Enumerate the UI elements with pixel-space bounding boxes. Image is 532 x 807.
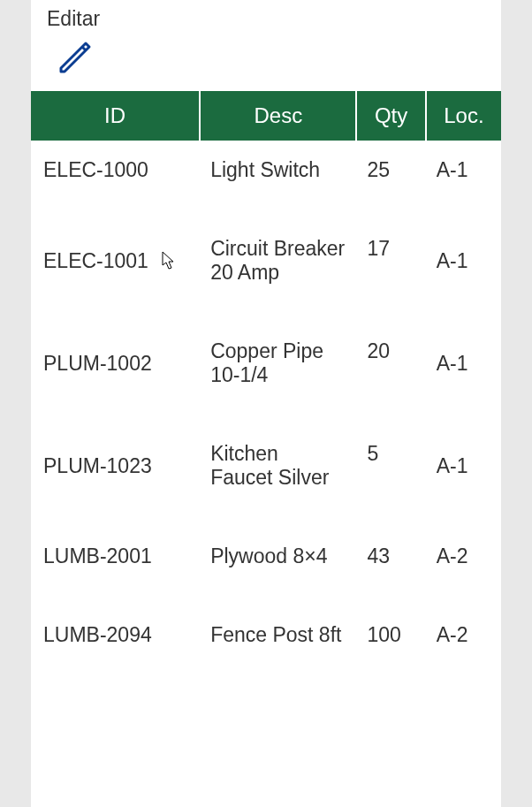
cell-loc: A-2 xyxy=(426,527,501,605)
inventory-table: ID Desc Qty Loc. ELEC-1000Light Switch25… xyxy=(31,91,501,684)
header-desc[interactable]: Desc xyxy=(200,91,356,141)
cell-loc: A-1 xyxy=(426,424,501,527)
cell-id: PLUM-1023 xyxy=(31,424,200,527)
main-container: Editar ID Desc Qty Loc. ELEC-1000Light S… xyxy=(31,0,501,807)
cell-qty: 17 xyxy=(356,219,425,322)
header-qty[interactable]: Qty xyxy=(356,91,425,141)
cell-qty: 25 xyxy=(356,141,425,219)
cell-id: LUMB-2094 xyxy=(31,605,200,684)
cell-loc: A-2 xyxy=(426,605,501,684)
cell-desc: Plywood 8×4 xyxy=(200,527,356,605)
table-header-row: ID Desc Qty Loc. xyxy=(31,91,501,141)
cell-id: LUMB-2001 xyxy=(31,527,200,605)
table-row[interactable]: LUMB-2001Plywood 8×443A-2 xyxy=(31,527,501,605)
table-row[interactable]: PLUM-1023Kitchen Faucet Silver5A-1 xyxy=(31,424,501,527)
cell-qty: 43 xyxy=(356,527,425,605)
cell-qty: 20 xyxy=(356,322,425,424)
cell-id: PLUM-1002 xyxy=(31,322,200,424)
cell-loc: A-1 xyxy=(426,322,501,424)
cell-loc: A-1 xyxy=(426,219,501,322)
cell-loc: A-1 xyxy=(426,141,501,219)
cell-desc: Light Switch xyxy=(200,141,356,219)
header-loc[interactable]: Loc. xyxy=(426,91,501,141)
cell-qty: 100 xyxy=(356,605,425,684)
cell-desc: Circuit Breaker 20 Amp xyxy=(200,219,356,322)
cell-id: ELEC-1001 xyxy=(31,219,200,322)
table-row[interactable]: PLUM-1002Copper Pipe 10-1/420A-1 xyxy=(31,322,501,424)
table-row[interactable]: ELEC-1000Light Switch25A-1 xyxy=(31,141,501,219)
table-row[interactable]: LUMB-2094Fence Post 8ft100A-2 xyxy=(31,605,501,684)
pencil-icon[interactable] xyxy=(54,36,485,82)
svg-line-0 xyxy=(82,47,86,50)
header-id[interactable]: ID xyxy=(31,91,200,141)
cell-desc: Copper Pipe 10-1/4 xyxy=(200,322,356,424)
editar-label: Editar xyxy=(47,7,485,31)
cell-desc: Fence Post 8ft xyxy=(200,605,356,684)
cell-desc: Kitchen Faucet Silver xyxy=(200,424,356,527)
cell-qty: 5 xyxy=(356,424,425,527)
table-row[interactable]: ELEC-1001Circuit Breaker 20 Amp17A-1 xyxy=(31,219,501,322)
cell-id: ELEC-1000 xyxy=(31,141,200,219)
editar-section: Editar xyxy=(31,0,501,91)
